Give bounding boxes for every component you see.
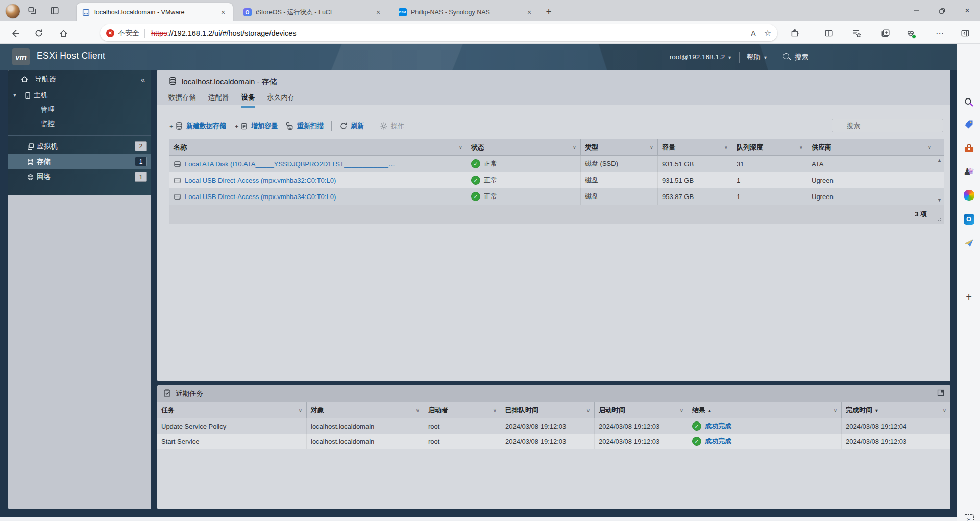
tab-persistent-memory[interactable]: 永久内存 bbox=[267, 93, 295, 108]
column-header-capacity[interactable]: 容量∨ bbox=[658, 139, 732, 155]
browser-tab-istoreos[interactable]: O iStoreOS - 运行状态 - LuCI × bbox=[238, 3, 388, 21]
sidebar-customize-button[interactable]: + bbox=[963, 291, 975, 303]
column-header-target[interactable]: 对象∨ bbox=[307, 402, 424, 418]
sidebar-item-network[interactable]: 网络 1 bbox=[8, 169, 151, 185]
sidebar-item-monitor[interactable]: 监控 bbox=[8, 117, 151, 131]
chevron-down-icon[interactable]: ∨ bbox=[928, 144, 932, 150]
read-aloud-icon[interactable]: A bbox=[751, 29, 755, 37]
column-header-name[interactable]: 名称∨ bbox=[169, 139, 467, 155]
resize-grip[interactable] bbox=[936, 216, 941, 221]
task-row[interactable]: Update Service Policy localhost.localdom… bbox=[157, 418, 950, 434]
tab-datastores[interactable]: 数据存储 bbox=[168, 93, 196, 108]
device-link[interactable]: Local USB Direct-Access (mpx.vmhba34:C0:… bbox=[174, 193, 336, 201]
sidebar-outlook-icon[interactable]: O bbox=[963, 213, 975, 225]
table-scrollbar[interactable] bbox=[936, 172, 944, 188]
sidebar-shopping-icon[interactable] bbox=[963, 118, 975, 131]
sidebar-search-icon[interactable] bbox=[963, 96, 975, 108]
column-header-status[interactable]: 状态∨ bbox=[467, 139, 581, 155]
column-header-queue-depth[interactable]: 队列深度∨ bbox=[732, 139, 807, 155]
sidebar-item-storage[interactable]: 存储 1 bbox=[8, 154, 151, 169]
device-link[interactable]: Local ATA Disk (t10.ATA_____YSSDJQBPRO2D… bbox=[174, 160, 395, 168]
table-scrollbar[interactable]: ▼ bbox=[936, 188, 944, 205]
workspaces-icon[interactable] bbox=[26, 4, 39, 17]
help-menu[interactable]: 帮助▼ bbox=[747, 53, 768, 62]
sidebar-item-manage[interactable]: 管理 bbox=[8, 103, 151, 117]
chevron-down-icon[interactable]: ∨ bbox=[416, 408, 420, 413]
sidebar-toggle-icon[interactable] bbox=[959, 27, 972, 40]
sidebar-m365-icon[interactable] bbox=[963, 189, 975, 201]
refresh-icon[interactable] bbox=[32, 26, 46, 40]
url-field[interactable]: ✕ 不安全 https://192.168.1.2/ui/#/host/stor… bbox=[100, 24, 777, 41]
browser-essentials-icon[interactable] bbox=[904, 27, 917, 40]
settings-more-icon[interactable]: ⋯ bbox=[933, 27, 946, 40]
split-screen-icon[interactable] bbox=[822, 27, 836, 40]
window-close-button[interactable]: × bbox=[954, 0, 980, 21]
panel-restore-icon[interactable] bbox=[937, 389, 944, 398]
task-result-link[interactable]: 成功完成 bbox=[705, 437, 731, 446]
table-row[interactable]: Local USB Direct-Access (mpx.vmhba34:C0:… bbox=[169, 188, 944, 205]
browser-tab-synology[interactable]: DSM Phillip-NAS - Synology NAS × bbox=[393, 3, 539, 21]
tab-adapters[interactable]: 适配器 bbox=[208, 93, 229, 108]
rescan-button[interactable]: 重新扫描 bbox=[285, 121, 324, 131]
browser-tab-vmware[interactable]: localhost.localdomain - VMware × bbox=[77, 3, 233, 21]
sidebar-games-icon[interactable]: ♟♛ bbox=[963, 165, 975, 178]
column-header-result[interactable]: 结果▲∨ bbox=[688, 402, 842, 418]
column-header-completed[interactable]: 完成时间▼∨ bbox=[842, 402, 950, 418]
window-restore-button[interactable] bbox=[929, 0, 954, 21]
column-header-type[interactable]: 类型∨ bbox=[581, 139, 658, 155]
chevron-down-icon[interactable]: ∨ bbox=[799, 144, 803, 150]
column-header-task[interactable]: 任务∨ bbox=[157, 402, 307, 418]
column-header-vendor[interactable]: 供应商∨ bbox=[807, 139, 936, 155]
sidebar-item-host[interactable]: ▼ 主机 bbox=[8, 88, 151, 103]
tab-close-icon[interactable]: × bbox=[525, 8, 534, 17]
collections-icon[interactable] bbox=[879, 27, 892, 40]
chevron-down-icon[interactable]: ∨ bbox=[459, 144, 462, 150]
scroll-down-icon[interactable]: ▼ bbox=[937, 197, 942, 203]
refresh-button[interactable]: 刷新 bbox=[339, 121, 364, 131]
chevron-expanded-icon[interactable]: ▼ bbox=[8, 93, 21, 98]
favorite-star-icon[interactable]: ☆ bbox=[764, 28, 771, 38]
actions-button[interactable]: 操作 bbox=[380, 121, 404, 131]
chevron-down-icon[interactable]: ∨ bbox=[943, 408, 946, 413]
column-header-initiator[interactable]: 启动者∨ bbox=[424, 402, 501, 418]
chevron-down-icon[interactable]: ∨ bbox=[586, 408, 590, 413]
tab-devices[interactable]: 设备 bbox=[241, 93, 255, 108]
column-header-started[interactable]: 启动时间∨ bbox=[595, 402, 688, 418]
window-minimize-button[interactable] bbox=[903, 0, 929, 21]
url-text[interactable]: https://192.168.1.2/ui/#/host/storage/de… bbox=[151, 29, 297, 37]
sidebar-drop-icon[interactable] bbox=[963, 237, 975, 249]
task-result-link[interactable]: 成功完成 bbox=[705, 421, 731, 431]
not-secure-icon[interactable]: ✕ bbox=[106, 29, 114, 37]
table-scrollbar[interactable]: ▲ bbox=[936, 156, 944, 172]
back-icon[interactable] bbox=[8, 26, 22, 40]
collapse-sidebar-icon[interactable]: « bbox=[141, 75, 145, 84]
global-search[interactable]: 搜索 bbox=[782, 53, 808, 62]
device-link[interactable]: Local USB Direct-Access (mpx.vmhba32:C0:… bbox=[174, 177, 336, 184]
scroll-up-icon[interactable]: ▲ bbox=[937, 158, 942, 163]
new-datastore-button[interactable]: ＋ 新建数据存储 bbox=[168, 121, 226, 131]
profile-avatar[interactable] bbox=[5, 4, 20, 19]
sidebar-tools-icon[interactable] bbox=[963, 142, 975, 154]
tab-close-icon[interactable]: × bbox=[374, 8, 383, 17]
table-row[interactable]: Local ATA Disk (t10.ATA_____YSSDJQBPRO2D… bbox=[169, 156, 944, 172]
chevron-down-icon[interactable]: ∨ bbox=[680, 408, 683, 413]
tab-actions-icon[interactable] bbox=[48, 4, 61, 17]
chevron-down-icon[interactable]: ∨ bbox=[724, 144, 728, 150]
user-menu[interactable]: root@192.168.1.2▼ bbox=[670, 53, 732, 61]
task-row[interactable]: Start Service localhost.localdomain root… bbox=[157, 434, 950, 449]
table-row[interactable]: Local USB Direct-Access (mpx.vmhba32:C0:… bbox=[169, 172, 944, 188]
chevron-down-icon[interactable]: ∨ bbox=[299, 408, 302, 413]
extensions-icon[interactable] bbox=[788, 27, 801, 40]
new-tab-button[interactable]: + bbox=[542, 5, 555, 18]
chevron-down-icon[interactable]: ∨ bbox=[834, 408, 837, 413]
tab-close-icon[interactable]: × bbox=[218, 8, 228, 17]
devices-search-input[interactable] bbox=[832, 119, 943, 132]
increase-capacity-button[interactable]: ＋ 增加容量 bbox=[234, 121, 278, 131]
chevron-down-icon[interactable]: ∨ bbox=[650, 144, 653, 150]
favorites-icon[interactable] bbox=[850, 27, 864, 40]
column-header-queued[interactable]: 已排队时间∨ bbox=[501, 402, 595, 418]
chevron-down-icon[interactable]: ∨ bbox=[573, 144, 576, 150]
sidebar-item-vms[interactable]: 虚拟机 2 bbox=[8, 139, 151, 154]
home-icon[interactable] bbox=[56, 26, 70, 40]
sidebar-screenshot-icon[interactable]: ✂ bbox=[963, 513, 975, 521]
